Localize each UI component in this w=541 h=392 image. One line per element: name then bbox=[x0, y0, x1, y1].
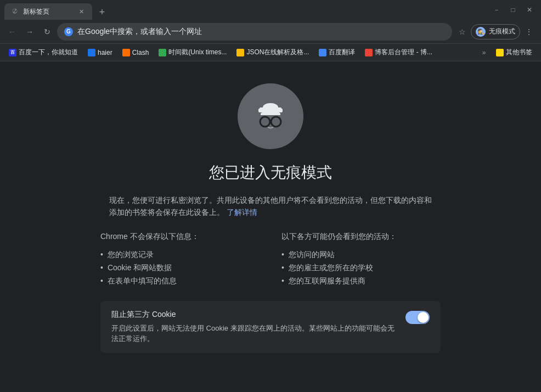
incognito-icon-container bbox=[238, 83, 303, 149]
other-favicon-icon bbox=[496, 49, 504, 56]
translate-favicon-icon bbox=[319, 49, 326, 56]
tab-container: 新标签页 ✕ + bbox=[4, 0, 489, 20]
bookmark-json-label: JSON在线解析及格... bbox=[246, 48, 309, 57]
toolbar-right: ☆ 🕵 无痕模式 ⋮ bbox=[454, 24, 537, 39]
desc-line2: 添加的书签将会保存在此设备上。 bbox=[109, 208, 224, 217]
address-bar[interactable]: G 在Google中搜索，或者输入一个网址 bbox=[57, 23, 452, 41]
profile-button[interactable]: 🕵 无痕模式 bbox=[471, 24, 520, 39]
bookmark-other[interactable]: 其他书签 bbox=[492, 46, 537, 59]
bookmark-other-label: 其他书签 bbox=[506, 48, 532, 57]
cookie-desc: 开启此设置后，网站无法使用 Cookie 来跟踪您在网上的活动。某些网站上的功能… bbox=[111, 323, 397, 344]
bookmark-haier[interactable]: haier bbox=[83, 47, 117, 58]
bookmark-star-button[interactable]: ☆ bbox=[454, 24, 470, 39]
bookmark-translate-label: 百度翻译 bbox=[329, 48, 355, 57]
tab-title: 新标签页 bbox=[23, 7, 72, 16]
list-item: 您的互联网服务提供商 bbox=[281, 275, 441, 288]
learn-more-link[interactable]: 了解详情 bbox=[227, 208, 257, 217]
bookmark-clash[interactable]: Clash bbox=[118, 47, 154, 58]
incognito-description: 现在，您便可进行私密浏览了。共用此设备的其他用户将不会看到您的活动，但您下载的内… bbox=[109, 194, 432, 219]
still-visible-column: 以下各方可能仍会看到您的活动： 您访问的网站 您的雇主或您所在的学校 您的互联网… bbox=[281, 232, 441, 288]
list-item: 在表单中填写的信息 bbox=[100, 275, 260, 288]
refresh-button[interactable]: ↻ bbox=[40, 24, 55, 39]
haier-favicon-icon bbox=[88, 49, 95, 56]
cookie-title: 阻止第三方 Cookie bbox=[111, 310, 397, 320]
maximize-button[interactable]: □ bbox=[506, 3, 520, 17]
chrome-wont-save-column: Chrome 不会保存以下信息： 您的浏览记录 Cookie 和网站数据 在表单… bbox=[100, 232, 260, 288]
chrome-wont-save-list: 您的浏览记录 Cookie 和网站数据 在表单中填写的信息 bbox=[100, 248, 260, 288]
close-window-button[interactable]: ✕ bbox=[522, 3, 537, 17]
incognito-title: 您已进入无痕模式 bbox=[209, 162, 332, 183]
list-item: 您的浏览记录 bbox=[100, 248, 260, 262]
bookmark-time-label: 时间戳(Unix times... bbox=[168, 48, 227, 57]
toolbar: ← → ↻ G 在Google中搜索，或者输入一个网址 ☆ 🕵 无痕模式 ⋮ bbox=[0, 20, 541, 44]
forward-button[interactable]: → bbox=[22, 24, 37, 39]
minimize-button[interactable]: － bbox=[489, 3, 504, 17]
still-visible-list: 您访问的网站 您的雇主或您所在的学校 您的互联网服务提供商 bbox=[281, 248, 441, 288]
bookmarks-more-button[interactable]: » bbox=[477, 46, 491, 59]
tab-close-button[interactable]: ✕ bbox=[77, 7, 86, 16]
back-button[interactable]: ← bbox=[4, 24, 20, 39]
google-icon: G bbox=[64, 27, 73, 36]
cookie-block-toggle[interactable] bbox=[405, 311, 430, 324]
bookmark-blog[interactable]: 博客后台管理 - 博... bbox=[360, 46, 437, 59]
bookmark-time[interactable]: 时间戳(Unix times... bbox=[154, 46, 231, 59]
svg-rect-8 bbox=[260, 107, 281, 110]
baidu-favicon-icon: 百 bbox=[9, 49, 16, 56]
tab-favicon-icon bbox=[11, 8, 19, 15]
bookmark-baidu-label: 百度一下，你就知道 bbox=[19, 48, 78, 57]
incognito-hat-icon bbox=[249, 94, 292, 138]
cookie-section: 阻止第三方 Cookie 开启此设置后，网站无法使用 Cookie 来跟踪您在网… bbox=[100, 301, 441, 353]
new-tab-button[interactable]: + bbox=[94, 4, 110, 20]
window-controls: － □ ✕ bbox=[489, 3, 537, 17]
bookmark-json[interactable]: JSON在线解析及格... bbox=[232, 46, 313, 59]
still-visible-title: 以下各方可能仍会看到您的活动： bbox=[281, 232, 441, 242]
cookie-text-area: 阻止第三方 Cookie 开启此设置后，网站无法使用 Cookie 来跟踪您在网… bbox=[111, 310, 397, 344]
bookmark-translate[interactable]: 百度翻译 bbox=[314, 46, 359, 59]
toggle-knob bbox=[418, 312, 429, 323]
two-column-section: Chrome 不会保存以下信息： 您的浏览记录 Cookie 和网站数据 在表单… bbox=[100, 232, 441, 288]
list-item: Cookie 和网站数据 bbox=[100, 262, 260, 275]
bookmark-haier-label: haier bbox=[98, 49, 112, 56]
address-text: 在Google中搜索，或者输入一个网址 bbox=[77, 27, 445, 37]
title-bar: 新标签页 ✕ + － □ ✕ bbox=[0, 0, 541, 20]
svg-point-6 bbox=[262, 118, 268, 125]
chrome-wont-save-title: Chrome 不会保存以下信息： bbox=[100, 232, 260, 242]
clash-favicon-icon bbox=[122, 49, 130, 56]
bookmark-baidu[interactable]: 百 百度一下，你就知道 bbox=[4, 46, 82, 59]
main-content: 您已进入无痕模式 现在，您便可进行私密浏览了。共用此设备的其他用户将不会看到您的… bbox=[0, 61, 541, 392]
svg-point-7 bbox=[273, 118, 279, 125]
active-tab[interactable]: 新标签页 ✕ bbox=[4, 3, 92, 20]
profile-label: 无痕模式 bbox=[489, 27, 515, 36]
desc-line1: 现在，您便可进行私密浏览了。共用此设备的其他用户将不会看到您的活动，但您下载的内… bbox=[109, 196, 432, 204]
json-favicon-icon bbox=[236, 49, 244, 56]
bookmark-clash-label: Clash bbox=[132, 49, 149, 56]
bookmark-blog-label: 博客后台管理 - 博... bbox=[375, 48, 432, 57]
list-item: 您的雇主或您所在的学校 bbox=[281, 262, 441, 275]
time-favicon-icon bbox=[159, 49, 166, 56]
profile-avatar-icon: 🕵 bbox=[476, 27, 486, 37]
chrome-menu-button[interactable]: ⋮ bbox=[521, 24, 537, 39]
list-item: 您访问的网站 bbox=[281, 248, 441, 262]
blog-favicon-icon bbox=[365, 49, 373, 56]
bookmarks-bar: 百 百度一下，你就知道 haier Clash 时间戳(Unix times..… bbox=[0, 44, 541, 61]
